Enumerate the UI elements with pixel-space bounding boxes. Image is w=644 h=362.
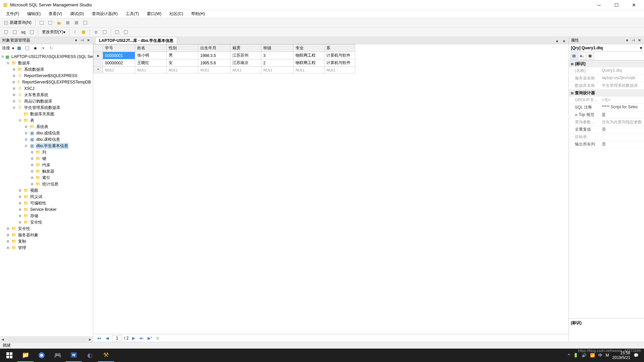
- grid-cell[interactable]: 2: [261, 59, 293, 67]
- tb2-icon-3[interactable]: sq: [19, 28, 27, 36]
- change-type-button[interactable]: 更改类型(Y) ▾: [40, 28, 67, 36]
- menu-community[interactable]: 社区(C): [166, 10, 186, 17]
- prop-pages-icon[interactable]: ▦: [586, 52, 594, 60]
- table-row-new[interactable]: * NULL NULL NULL NULL NULL NULL NULL NUL…: [94, 67, 355, 73]
- pin-icon[interactable]: ⊣: [631, 38, 636, 43]
- prop-cat-designer[interactable]: ⊟查询设计器: [569, 89, 644, 97]
- page-stop-icon[interactable]: ⊘: [155, 335, 161, 341]
- tree-shop[interactable]: ⊞🛢商品订购数据库: [0, 98, 93, 105]
- taskbar-steam[interactable]: 🎮: [50, 349, 66, 362]
- start-button[interactable]: [1, 349, 17, 362]
- grid-cell[interactable]: 计算机与软件: [324, 52, 355, 59]
- grid-cell[interactable]: 江苏苏州: [230, 52, 261, 59]
- grid-cell[interactable]: 物联网工程: [293, 59, 324, 67]
- menu-tools[interactable]: 工具(T): [122, 10, 142, 17]
- grid-cell-null[interactable]: NULL: [261, 67, 293, 73]
- tree-programmability[interactable]: ⊞📁可编程性: [0, 200, 93, 206]
- execute-icon[interactable]: !: [71, 28, 79, 36]
- tree-columns[interactable]: ⊞📁列: [0, 149, 93, 156]
- maximize-button[interactable]: ☐: [612, 2, 621, 8]
- grid-cell-null[interactable]: NULL: [198, 67, 230, 73]
- tree-tables[interactable]: ⊟📁表: [0, 117, 93, 124]
- tree-constraints[interactable]: ⊞📁约束: [0, 162, 93, 168]
- stop-icon[interactable]: ■: [32, 45, 38, 51]
- new-query-button[interactable]: 新建查询(N): [2, 19, 33, 26]
- grid-cell[interactable]: 00000001: [103, 52, 135, 59]
- tb2-icon-1[interactable]: [2, 28, 10, 36]
- grid-cell-null[interactable]: NULL: [324, 67, 355, 73]
- page-last-icon[interactable]: ⏭: [139, 335, 145, 341]
- grid-cell[interactable]: 计算机与软件: [324, 59, 355, 67]
- tree-synonyms[interactable]: ⊞📁同义词: [0, 194, 93, 200]
- tb-icon-1[interactable]: [38, 19, 46, 26]
- close-button[interactable]: ✕: [629, 2, 639, 8]
- tree-tbl-course[interactable]: ⊞▦dbo.课程信息: [0, 136, 93, 143]
- table-row[interactable]: 00000002 王晓红 女 1995.5.6 江苏南京 2 物联网工程 计算机…: [94, 59, 355, 67]
- tree-xscj[interactable]: ⊞🛢XSCJ: [0, 85, 93, 92]
- tree-sys-db[interactable]: ⊞📁系统数据库: [0, 66, 93, 73]
- prop-row[interactable]: SQL 注释***** Script for Selec: [569, 104, 644, 111]
- grid-cell[interactable]: 1998.3.5: [198, 52, 230, 59]
- tb2-icon-7[interactable]: [101, 28, 109, 36]
- tree-tbl-student[interactable]: ⊟▦dbo.学生基本信息: [0, 143, 93, 149]
- categorized-icon[interactable]: ▤: [570, 52, 578, 60]
- tree-keys[interactable]: ⊞📁键: [0, 156, 93, 162]
- tray-ime-m-icon[interactable]: M: [606, 353, 609, 358]
- col-header[interactable]: 性别: [167, 45, 198, 52]
- tree-indexes[interactable]: ⊞📁索引: [0, 175, 93, 181]
- data-grid[interactable]: 学号 姓名 性别 出生年月 籍贯 班级 专业 系 ▸ 00000001 张小明: [93, 44, 355, 73]
- grid-cell-null[interactable]: NULL: [230, 67, 261, 73]
- prop-row[interactable]: 输出所有列否: [569, 141, 644, 148]
- tb2-icon-5[interactable]: [79, 28, 88, 36]
- tree-replication[interactable]: ⊞📁复制: [0, 238, 93, 245]
- col-header[interactable]: 籍贯: [230, 45, 261, 52]
- tree-server-root[interactable]: ⊟LAPTOP-USI2JTRU\SQLEXPRESS (SQL Server: [0, 54, 93, 60]
- panel-close-icon[interactable]: ✕: [637, 38, 642, 43]
- dropdown-icon[interactable]: ▾: [625, 38, 630, 43]
- save-icon[interactable]: [64, 19, 72, 26]
- taskbar-eclipse[interactable]: ◐: [82, 349, 98, 362]
- tray-volume-icon[interactable]: 🔊: [582, 353, 587, 358]
- tree-databases[interactable]: ⊟📁数据库: [0, 60, 93, 66]
- properties-grid[interactable]: ⊟(标识) (名称)Query1.dtq 服务器名称laptop-usi2jtr…: [569, 60, 644, 318]
- tab-close-icon[interactable]: ✕: [561, 39, 567, 44]
- taskbar-chrome[interactable]: [34, 349, 50, 362]
- pin-icon[interactable]: ⊣: [79, 38, 85, 43]
- grid-cell-null[interactable]: NULL: [103, 67, 135, 73]
- tree-security-db[interactable]: ⊞📁安全性: [0, 219, 93, 226]
- panel-close-icon[interactable]: ✕: [86, 38, 91, 43]
- object-tree[interactable]: ⊟LAPTOP-USI2JTRU\SQLEXPRESS (SQL Server …: [0, 52, 93, 337]
- prop-row[interactable]: 目标表: [569, 133, 644, 141]
- save-all-icon[interactable]: [72, 19, 80, 26]
- prop-row[interactable]: GROUP BY 扩展<无>: [569, 97, 644, 104]
- page-first-icon[interactable]: ⏮: [96, 335, 102, 341]
- disconnect-icon[interactable]: [24, 45, 30, 51]
- grid-cell[interactable]: 1995.5.6: [198, 59, 230, 67]
- minimize-button[interactable]: ─: [594, 2, 604, 8]
- page-current-input[interactable]: [112, 335, 122, 341]
- grid-cell[interactable]: 江苏南京: [230, 59, 261, 67]
- grid-cell[interactable]: 物联网工程: [293, 52, 324, 59]
- grid-cell[interactable]: 女: [167, 59, 198, 67]
- prop-row[interactable]: 查询参数列表没有为此查询指定参数: [569, 119, 644, 126]
- taskbar-explorer[interactable]: 📁: [17, 349, 34, 362]
- grid-cell-null[interactable]: NULL: [167, 67, 198, 73]
- tab-query[interactable]: LAPTOP-USI2JT...库 - dbo.学生基本信息: [95, 37, 177, 44]
- scroll-track[interactable]: [5, 338, 88, 342]
- menu-edit[interactable]: 编辑(E): [24, 10, 44, 17]
- tree-tbl-score[interactable]: ⊞▦dbo.成绩信息: [0, 130, 93, 136]
- tab-dropdown-icon[interactable]: ▾: [554, 39, 560, 44]
- tb2-icon-6[interactable]: [92, 28, 100, 36]
- properties-object[interactable]: [Qry] Query1.dtq▾: [569, 44, 644, 52]
- tree-sys-tables[interactable]: ⊞📁系统表: [0, 124, 93, 130]
- connect-dropdown-icon[interactable]: ▾: [12, 46, 14, 51]
- col-header[interactable]: 学号: [103, 45, 135, 52]
- row-indicator-new[interactable]: *: [94, 67, 103, 73]
- tree-db-diagram[interactable]: 📁数据库关系图: [0, 111, 93, 117]
- alphabetical-icon[interactable]: A↓: [578, 52, 586, 60]
- menu-view[interactable]: 查看(V): [45, 10, 65, 17]
- prop-row-top[interactable]: ⊞ Top 规范是: [569, 111, 644, 119]
- prop-row[interactable]: 数据库名称学生管理系统数据库: [569, 82, 644, 89]
- menu-debug[interactable]: 调试(D): [67, 10, 87, 17]
- menu-window[interactable]: 窗口(W): [144, 10, 165, 17]
